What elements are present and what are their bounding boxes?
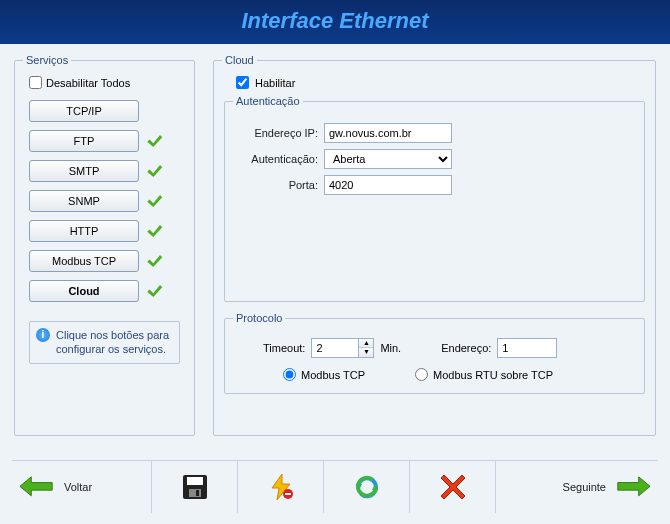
radio-modbus-rtu-input[interactable] <box>415 368 428 381</box>
auth-legend: Autenticação <box>233 95 303 107</box>
close-icon <box>438 472 468 502</box>
spinner-down-icon[interactable]: ▼ <box>359 348 373 357</box>
page-title: Interface Ethernet <box>0 0 670 44</box>
back-label: Voltar <box>64 481 92 493</box>
auth-select[interactable]: Aberta <box>324 149 452 169</box>
service-modbus-tcp-button[interactable]: Modbus TCP <box>29 250 139 272</box>
next-label: Seguinte <box>563 481 606 493</box>
timeout-input[interactable] <box>312 339 358 357</box>
services-legend: Serviços <box>23 54 71 66</box>
service-http-button[interactable]: HTTP <box>29 220 139 242</box>
check-icon <box>145 192 163 210</box>
services-hint-text: Clique nos botões para configurar os ser… <box>56 328 173 357</box>
save-button[interactable] <box>152 461 238 513</box>
radio-modbus-tcp-input[interactable] <box>283 368 296 381</box>
service-cloud-button[interactable]: Cloud <box>29 280 139 302</box>
cancel-button[interactable] <box>410 461 496 513</box>
service-smtp-button[interactable]: SMTP <box>29 160 139 182</box>
spinner-up-icon[interactable]: ▲ <box>359 339 373 348</box>
addr-input[interactable] <box>497 338 557 358</box>
auth-label: Autenticação: <box>233 153 318 165</box>
service-tcpip-button[interactable]: TCP/IP <box>29 100 139 122</box>
timeout-label: Timeout: <box>263 342 305 354</box>
disable-all-label: Desabilitar Todos <box>46 77 130 89</box>
protocol-fieldset: Protocolo Timeout: ▲ ▼ Min. Endereço: <box>224 312 645 394</box>
addr-label: Endereço: <box>441 342 491 354</box>
refresh-button[interactable] <box>324 461 410 513</box>
floppy-icon <box>180 472 210 502</box>
timeout-spinner[interactable]: ▲ ▼ <box>311 338 374 358</box>
service-ftp-button[interactable]: FTP <box>29 130 139 152</box>
timeout-unit: Min. <box>380 342 401 354</box>
check-icon <box>145 222 163 240</box>
ip-label: Endereço IP: <box>233 127 318 139</box>
cloud-enable-checkbox[interactable] <box>236 76 249 89</box>
bottom-toolbar: Voltar Seguinte <box>12 460 658 512</box>
refresh-icon <box>352 472 382 502</box>
auth-fieldset: Autenticação Endereço IP: Autenticação: … <box>224 95 645 302</box>
svg-rect-3 <box>196 490 199 496</box>
disable-all-checkbox[interactable] <box>29 76 42 89</box>
info-icon: i <box>36 328 50 342</box>
cloud-enable-label: Habilitar <box>255 77 295 89</box>
radio-modbus-rtu[interactable]: Modbus RTU sobre TCP <box>415 368 553 381</box>
svg-rect-2 <box>189 489 201 497</box>
ip-input[interactable] <box>324 123 452 143</box>
radio-modbus-tcp[interactable]: Modbus TCP <box>283 368 365 381</box>
action-button[interactable] <box>238 461 324 513</box>
bolt-icon <box>266 472 296 502</box>
cloud-legend: Cloud <box>222 54 257 66</box>
arrow-right-icon <box>614 474 652 500</box>
back-button[interactable]: Voltar <box>12 461 152 513</box>
arrow-left-icon <box>18 474 56 500</box>
service-snmp-button[interactable]: SNMP <box>29 190 139 212</box>
check-icon <box>145 162 163 180</box>
services-hint: i Clique nos botões para configurar os s… <box>29 321 180 364</box>
protocol-legend: Protocolo <box>233 312 285 324</box>
services-fieldset: Serviços Desabilitar Todos TCP/IP FTP SM… <box>14 54 195 436</box>
check-icon <box>145 132 163 150</box>
cloud-fieldset: Cloud Habilitar Autenticação Endereço IP… <box>213 54 656 436</box>
check-icon <box>145 252 163 270</box>
port-input[interactable] <box>324 175 452 195</box>
next-button[interactable]: Seguinte <box>496 461 658 513</box>
port-label: Porta: <box>233 179 318 191</box>
svg-rect-1 <box>187 477 203 485</box>
svg-rect-5 <box>285 493 291 495</box>
check-icon <box>145 282 163 300</box>
